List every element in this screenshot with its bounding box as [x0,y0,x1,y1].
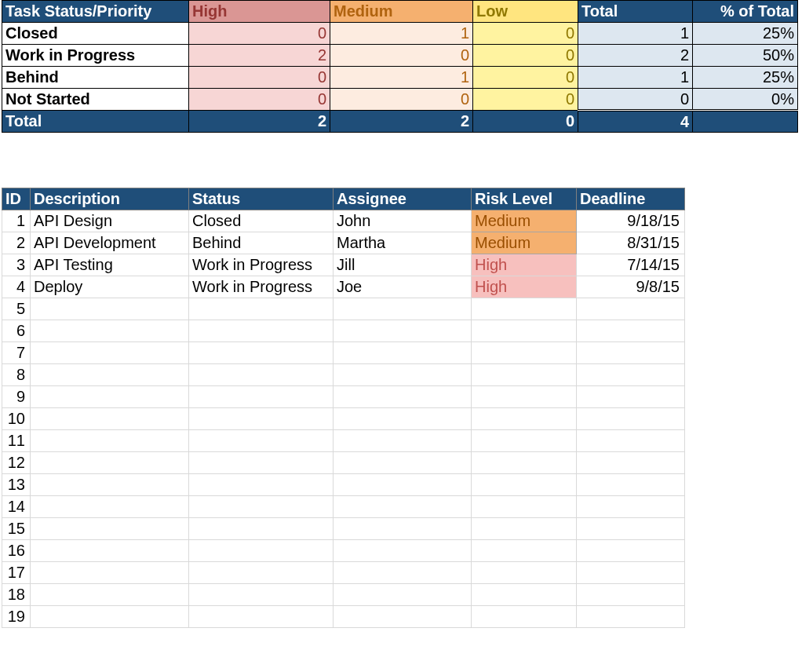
cell-id[interactable]: 4 [2,276,31,298]
cell-id[interactable]: 17 [2,562,31,584]
cell-deadline[interactable]: 7/14/15 [577,254,685,276]
cell-id[interactable]: 19 [2,606,31,628]
cell-status[interactable] [189,430,334,452]
row-label[interactable]: Work in Progress [2,45,189,67]
cell-deadline[interactable] [577,606,685,628]
cell-status[interactable]: Work in Progress [189,276,334,298]
header-id[interactable]: ID [2,188,31,210]
cell-assignee[interactable] [334,540,472,562]
cell-risk[interactable] [472,452,577,474]
cell-status[interactable] [189,606,334,628]
cell-status[interactable] [189,452,334,474]
cell-desc[interactable] [31,386,189,408]
cell-desc[interactable] [31,474,189,496]
cell-high[interactable]: 0 [189,89,330,111]
cell-assignee[interactable] [334,342,472,364]
cell-desc[interactable] [31,320,189,342]
cell-status[interactable] [189,584,334,606]
header-low[interactable]: Low [473,1,578,23]
cell-id[interactable]: 3 [2,254,31,276]
cell-risk[interactable] [472,298,577,320]
cell-id[interactable]: 13 [2,474,31,496]
cell-assignee[interactable] [334,320,472,342]
cell-high[interactable]: 2 [189,45,330,67]
cell-risk[interactable]: Medium [472,232,577,254]
cell-status[interactable] [189,496,334,518]
cell-total[interactable]: 1 [578,67,693,89]
cell-id[interactable]: 14 [2,496,31,518]
cell-low[interactable]: 0 [473,67,578,89]
header-pct[interactable]: % of Total [693,1,798,23]
cell-status[interactable] [189,474,334,496]
cell-id[interactable]: 8 [2,364,31,386]
cell-assignee[interactable] [334,408,472,430]
cell-status[interactable] [189,320,334,342]
cell-deadline[interactable] [577,518,685,540]
cell-deadline[interactable]: 9/18/15 [577,210,685,232]
total-medium[interactable]: 2 [330,111,473,133]
cell-status[interactable] [189,518,334,540]
cell-total[interactable]: 2 [578,45,693,67]
cell-deadline[interactable] [577,408,685,430]
total-pct[interactable] [693,111,798,133]
cell-low[interactable]: 0 [473,89,578,111]
cell-deadline[interactable]: 8/31/15 [577,232,685,254]
cell-deadline[interactable]: 9/8/15 [577,276,685,298]
cell-risk[interactable] [472,584,577,606]
cell-deadline[interactable] [577,364,685,386]
header-assignee[interactable]: Assignee [334,188,472,210]
row-label[interactable]: Not Started [2,89,189,111]
cell-deadline[interactable] [577,342,685,364]
row-label[interactable]: Closed [2,23,189,45]
header-total[interactable]: Total [578,1,693,23]
cell-risk[interactable] [472,364,577,386]
cell-assignee[interactable] [334,452,472,474]
cell-high[interactable]: 0 [189,23,330,45]
header-deadline[interactable]: Deadline [577,188,685,210]
cell-assignee[interactable]: John [334,210,472,232]
cell-assignee[interactable] [334,518,472,540]
cell-id[interactable]: 11 [2,430,31,452]
cell-risk[interactable] [472,540,577,562]
cell-risk[interactable] [472,342,577,364]
cell-assignee[interactable] [334,386,472,408]
cell-pct[interactable]: 0% [693,89,798,111]
cell-id[interactable]: 10 [2,408,31,430]
cell-risk[interactable] [472,496,577,518]
cell-deadline[interactable] [577,298,685,320]
cell-id[interactable]: 18 [2,584,31,606]
cell-id[interactable]: 9 [2,386,31,408]
cell-desc[interactable] [31,342,189,364]
total-high[interactable]: 2 [189,111,330,133]
cell-assignee[interactable] [334,474,472,496]
total-label[interactable]: Total [2,111,189,133]
total-low[interactable]: 0 [473,111,578,133]
cell-desc[interactable]: API Development [31,232,189,254]
cell-assignee[interactable]: Jill [334,254,472,276]
cell-assignee[interactable] [334,584,472,606]
cell-id[interactable]: 16 [2,540,31,562]
cell-deadline[interactable] [577,320,685,342]
row-label[interactable]: Behind [2,67,189,89]
header-medium[interactable]: Medium [330,1,473,23]
cell-desc[interactable]: API Design [31,210,189,232]
cell-status[interactable] [189,364,334,386]
cell-deadline[interactable] [577,474,685,496]
cell-id[interactable]: 5 [2,298,31,320]
cell-risk[interactable] [472,408,577,430]
cell-risk[interactable]: High [472,254,577,276]
cell-status[interactable]: Closed [189,210,334,232]
cell-risk[interactable] [472,562,577,584]
cell-deadline[interactable] [577,584,685,606]
cell-desc[interactable] [31,452,189,474]
total-grand[interactable]: 4 [578,111,693,133]
cell-desc[interactable] [31,606,189,628]
cell-assignee[interactable] [334,298,472,320]
cell-id[interactable]: 6 [2,320,31,342]
cell-medium[interactable]: 1 [330,67,473,89]
cell-high[interactable]: 0 [189,67,330,89]
header-desc[interactable]: Description [31,188,189,210]
cell-status[interactable] [189,386,334,408]
cell-medium[interactable]: 0 [330,89,473,111]
cell-desc[interactable] [31,496,189,518]
